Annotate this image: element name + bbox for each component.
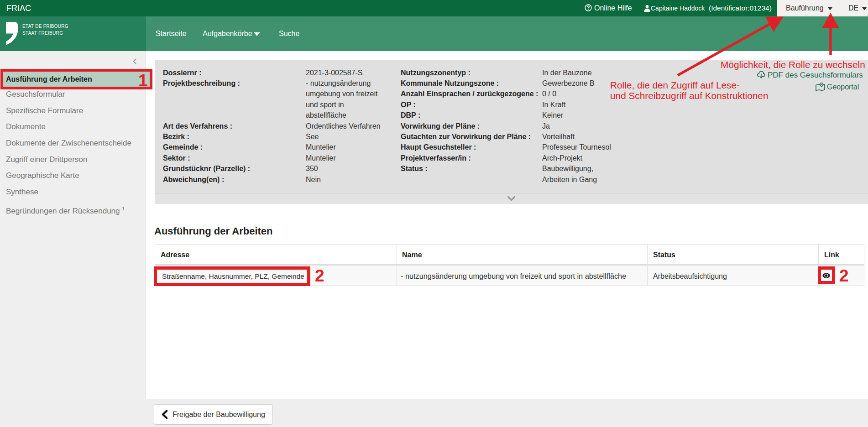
svg-text:?: ?: [586, 5, 590, 11]
